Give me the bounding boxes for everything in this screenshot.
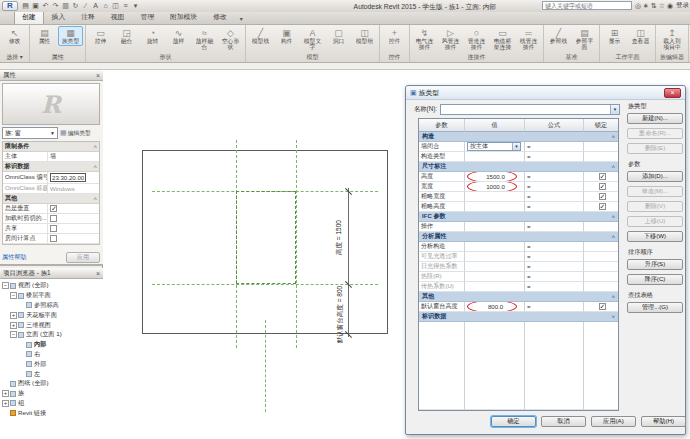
properties-help-link[interactable]: 属性帮助 (2, 253, 26, 262)
tool-参照线[interactable]: ╱参照线 (546, 26, 571, 46)
property-section-header[interactable]: 限制条件˄ (3, 142, 99, 152)
button-新建(N)...[interactable]: 新建(N)... (627, 113, 683, 124)
button-应用(A)[interactable]: 应用(A) (591, 416, 636, 427)
tool-电气连接件[interactable]: ↯电气连接件 (412, 26, 437, 52)
tree-item[interactable]: Revit 链接 (0, 408, 103, 418)
parameter-value[interactable] (465, 282, 525, 292)
parameter-formula[interactable]: = (525, 242, 584, 252)
tree-item[interactable]: +三维视图 (0, 320, 103, 330)
favorites-icon[interactable]: ☆ (658, 2, 666, 10)
property-section-header[interactable]: 标识数据˄ (3, 162, 99, 172)
tree-item[interactable]: 图纸 (全部) (0, 379, 103, 389)
parameter-section-标识数据[interactable]: 标识数据˅ (419, 312, 618, 322)
ribbon-group-label[interactable]: 工作平面 (602, 53, 653, 62)
search-icon[interactable]: ◎ (634, 2, 642, 10)
tool-管道连接件[interactable]: ○管道连接件 (464, 26, 489, 52)
parameter-section-尺寸标注[interactable]: 尺寸标注˄ (419, 162, 618, 172)
section-icon[interactable]: ◫ (111, 2, 120, 10)
undo-icon[interactable]: ↶ (41, 2, 50, 10)
tree-item[interactable]: +组 (0, 399, 103, 409)
chevron-up-icon[interactable]: ˄ (611, 163, 615, 170)
tool-模型文字[interactable]: A模型文字 (300, 26, 325, 52)
reference-plane-vertical-right[interactable] (296, 140, 297, 348)
lock-checkbox[interactable] (599, 183, 606, 190)
parameter-formula[interactable]: = (525, 282, 584, 292)
save-icon[interactable]: ▣ (31, 2, 40, 10)
reference-plane-center[interactable] (265, 320, 266, 412)
more-icon[interactable]: ▾ (131, 2, 140, 10)
parameter-value[interactable] (465, 242, 525, 252)
lock-checkbox[interactable] (599, 193, 606, 200)
parameter-formula[interactable]: = (525, 252, 584, 262)
tool-洞口[interactable]: ▢洞口 (326, 26, 351, 46)
tool-线管连接件[interactable]: ═线管连接件 (516, 26, 541, 52)
button-降序(C)[interactable]: 降序(C) (627, 274, 683, 285)
parameter-lock[interactable] (584, 242, 618, 252)
type-selector[interactable]: 族: 窗 ▼ (2, 127, 58, 139)
tree-item[interactable]: −楼层平面 (0, 291, 103, 301)
tool-查看器[interactable]: ◫查看器 (628, 26, 653, 46)
button-确定[interactable]: 确定 (491, 416, 536, 427)
redo-icon[interactable]: ↷ (51, 2, 60, 10)
ribbon-options-icon[interactable]: ▾ (237, 13, 246, 24)
ribbon-group-label[interactable]: 选择 ▾ (2, 53, 27, 62)
tool-修改[interactable]: ↖修改 (2, 26, 27, 46)
dialog-title-bar[interactable]: ▣ 族类型 × (406, 86, 685, 100)
property-value-input[interactable]: 23.30.20.00 (50, 173, 86, 182)
parameter-lock[interactable] (584, 252, 618, 262)
parameter-lock[interactable] (584, 302, 618, 312)
close-icon[interactable]: × (96, 72, 100, 79)
type-name-combobox[interactable]: ▼ (440, 104, 620, 115)
home-3d-icon[interactable]: ⌂ (101, 2, 110, 9)
print-icon[interactable]: ▥ (61, 2, 70, 10)
parameter-formula[interactable]: = (525, 302, 584, 312)
sign-in-label[interactable]: 登录 (676, 1, 689, 10)
modify-icon[interactable]: ∕ (81, 2, 90, 9)
tree-item[interactable]: 内部 (0, 340, 103, 350)
ribbon-group-label[interactable]: 属性 (32, 53, 83, 62)
close-icon[interactable]: × (96, 270, 100, 277)
tool-放样融合[interactable]: ≈放样融合 (192, 26, 217, 52)
ribbon-group-label[interactable]: 形状 (88, 53, 243, 62)
parameter-value[interactable] (465, 192, 525, 202)
thin-lines-icon[interactable]: ≡ (121, 2, 130, 9)
tree-item[interactable]: 外部 (0, 359, 103, 369)
checkbox[interactable] (50, 235, 57, 242)
button-升序(S)[interactable]: 升序(S) (627, 259, 683, 270)
collapse-icon[interactable]: − (2, 282, 9, 289)
revit-logo-icon[interactable]: R (2, 1, 18, 11)
dimension-line[interactable] (348, 188, 349, 337)
parameter-formula[interactable]: = (525, 192, 584, 202)
chevron-up-icon[interactable]: ˄ (611, 133, 615, 140)
tree-item[interactable]: +族 (0, 389, 103, 399)
parameter-formula[interactable]: = (525, 152, 584, 162)
parameter-lock[interactable] (584, 152, 618, 162)
tool-模型组[interactable]: ◫模型组 (352, 26, 377, 46)
parameter-value[interactable] (465, 262, 525, 272)
chevron-up-icon[interactable]: ˄ (611, 213, 615, 220)
lock-checkbox[interactable] (599, 303, 606, 310)
parameter-section-分析属性[interactable]: 分析属性˄ (419, 232, 618, 242)
tool-控件[interactable]: +控件 (382, 26, 407, 46)
tool-显示[interactable]: ⊞显示 (602, 26, 627, 46)
key-icon[interactable]: ∗ (642, 2, 650, 10)
close-icon[interactable]: × (664, 88, 681, 98)
sill-height-dimension-label[interactable]: 默认窗台高度 = 800 (336, 271, 345, 359)
lock-checkbox[interactable] (599, 203, 606, 210)
checkbox[interactable] (50, 205, 57, 212)
tool-融合[interactable]: ◲融合 (114, 26, 139, 46)
property-value[interactable] (48, 214, 99, 223)
parameter-formula[interactable]: = (525, 272, 584, 282)
parameter-lock[interactable] (584, 142, 618, 152)
expand-icon[interactable]: + (2, 390, 9, 397)
parameter-value[interactable] (465, 152, 525, 162)
property-value[interactable] (48, 224, 99, 233)
parameter-formula[interactable]: = (525, 172, 584, 182)
parameter-lock[interactable] (584, 272, 618, 282)
parameter-lock[interactable] (584, 192, 618, 202)
tool-电缆桥架连接件[interactable]: ▭电缆桥架连接件 (490, 26, 515, 53)
parameter-formula[interactable]: = (525, 182, 584, 192)
lock-checkbox[interactable] (599, 173, 606, 180)
tree-item[interactable]: 参照标高 (0, 301, 103, 311)
parameter-value[interactable] (465, 202, 525, 212)
